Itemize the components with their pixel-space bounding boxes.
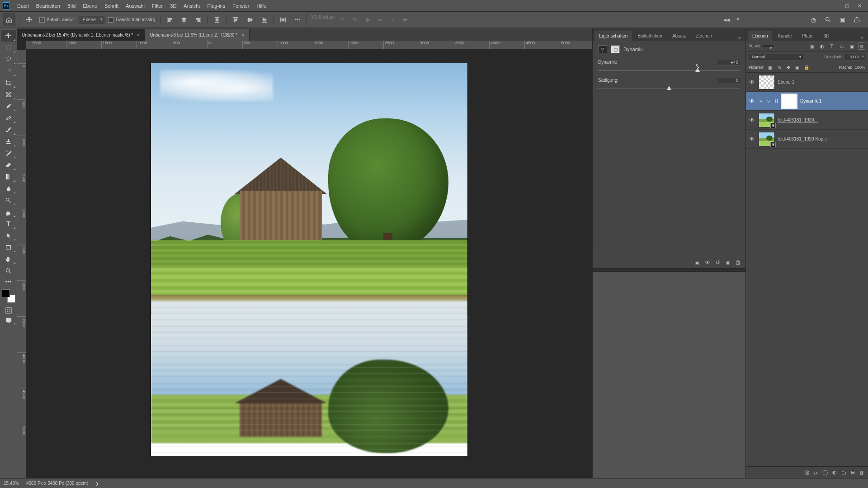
layer-name[interactable]: Ebene 1 <box>778 80 866 84</box>
layer-thumbnail[interactable]: ▣ <box>759 113 775 127</box>
filter-smartobj-icon[interactable]: ▣ <box>848 42 855 50</box>
close-button[interactable]: ✕ <box>854 2 865 10</box>
menu-datei[interactable]: Datei <box>14 1 33 10</box>
visibility-toggle[interactable]: 👁 <box>748 117 756 123</box>
home-button[interactable] <box>3 14 15 26</box>
new-group-button[interactable]: 🗀 <box>841 470 846 475</box>
menu-plugins[interactable]: Plug-ins <box>203 1 229 10</box>
add-mask-button[interactable]: ◯ <box>822 469 828 475</box>
menu-fenster[interactable]: Fenster <box>229 1 253 10</box>
workspace-icon[interactable]: ▣ <box>838 16 846 24</box>
screen-mode-button[interactable] <box>1 315 16 325</box>
dodge-tool[interactable] <box>1 194 16 206</box>
align-right-edges-button[interactable] <box>193 14 204 25</box>
layer-thumbnail[interactable]: ▣ <box>759 132 775 146</box>
layer-row-feld-1[interactable]: 👁 ▣ feld-406181_1920... <box>746 111 868 130</box>
marquee-tool[interactable] <box>1 42 16 53</box>
shape-tool[interactable] <box>1 241 16 253</box>
delete-adjustment-button[interactable]: 🗑 <box>736 259 741 266</box>
hand-tool[interactable] <box>1 253 16 265</box>
mask-thumbnail[interactable] <box>783 95 796 108</box>
tab-absatz[interactable]: Absatz <box>668 31 691 41</box>
blend-mode-select[interactable]: Normal <box>749 54 803 60</box>
share-icon[interactable] <box>853 16 861 24</box>
opacity-input[interactable]: 100% <box>845 54 865 60</box>
align-vcenter-button[interactable] <box>245 14 255 25</box>
filter-pixel-icon[interactable]: ▦ <box>808 42 816 50</box>
link-mask-icon[interactable]: ⛓ <box>774 99 778 103</box>
search-icon[interactable] <box>824 16 832 24</box>
maximize-button[interactable]: ▢ <box>841 2 853 10</box>
cloud-docs-icon[interactable]: ◔ <box>809 16 817 24</box>
filter-kind-select[interactable] <box>763 45 774 47</box>
layer-row-dynamik-1[interactable]: 👁 ↳ ▽ ⛓ Dynamik 1 <box>746 92 868 111</box>
foreground-swatch[interactable] <box>2 289 10 297</box>
history-brush-tool[interactable] <box>1 147 16 159</box>
eraser-tool[interactable] <box>1 159 16 171</box>
panel-menu-button[interactable]: ≡ <box>736 35 744 41</box>
close-tab-icon[interactable]: ✕ <box>137 33 140 38</box>
menu-hilfe[interactable]: Hilfe <box>253 1 270 10</box>
view-previous-button[interactable]: 👁 <box>705 259 710 266</box>
move-tool[interactable] <box>1 30 16 42</box>
minimize-button[interactable]: — <box>828 2 840 10</box>
fill-input[interactable]: 100% <box>855 65 865 70</box>
transform-controls-option[interactable]: Transformationsstrg. <box>108 17 156 23</box>
panel-resize-grip[interactable] <box>593 268 745 272</box>
current-tool-icon[interactable] <box>23 14 36 26</box>
filter-shape-icon[interactable]: ▭ <box>838 42 845 50</box>
vibrance-value-input[interactable]: +40 <box>717 60 740 66</box>
layer-name[interactable]: feld-406181_1920 Kopie <box>778 136 866 141</box>
vibrance-slider[interactable]: ↖ <box>598 68 740 71</box>
menu-3d[interactable]: 3D <box>166 1 180 10</box>
ruler-horizontal[interactable]: 2500 2000 1500 1000 500 0 500 1000 1500 … <box>26 41 592 50</box>
toggle-visibility-button[interactable]: ◉ <box>726 259 730 266</box>
menu-bearbeiten[interactable]: Bearbeiten <box>33 1 64 10</box>
menu-ansicht[interactable]: Ansicht <box>180 1 203 10</box>
link-layers-button[interactable]: ⛓ <box>804 470 809 475</box>
panel-menu-button[interactable]: ≡ <box>858 35 866 41</box>
eyedropper-tool[interactable] <box>1 100 16 112</box>
align-left-edges-button[interactable] <box>164 14 175 25</box>
menu-bild[interactable]: Bild <box>64 1 79 10</box>
filter-toggle-icon[interactable]: ⊘ <box>858 42 865 50</box>
menu-ebene[interactable]: Ebene <box>79 1 101 10</box>
visibility-toggle[interactable]: 👁 <box>748 98 756 104</box>
gradient-tool[interactable] <box>1 171 16 183</box>
lasso-tool[interactable] <box>1 53 16 65</box>
saturation-value-input[interactable]: 0 <box>717 78 740 84</box>
lock-pixels-icon[interactable]: ✎ <box>776 64 783 70</box>
lock-transparency-icon[interactable]: ▦ <box>767 64 774 70</box>
lock-artboard-icon[interactable]: ▣ <box>794 64 801 70</box>
ruler-vertical[interactable]: 0 500 1000 1500 2000 2500 3000 3500 4000… <box>17 50 26 478</box>
layer-mask-selected[interactable] <box>781 94 797 109</box>
layer-thumbnail[interactable] <box>759 75 775 89</box>
blur-tool[interactable] <box>1 183 16 194</box>
tab-eigenschaften[interactable]: Eigenschaften <box>594 31 632 41</box>
menu-filter[interactable]: Filter <box>148 1 166 10</box>
auto-select-scope-select[interactable]: Ebene <box>79 16 104 23</box>
tab-kanaele[interactable]: Kanäle <box>773 31 796 41</box>
expand-indicator-icon[interactable]: ▽ <box>766 99 771 103</box>
document-tab-2[interactable]: Unbenannt-3 bei 11,9% (Ebene 2, RGB/8) *… <box>145 29 250 41</box>
layer-name[interactable]: feld-406181_1920... <box>778 117 866 122</box>
new-layer-button[interactable]: ⊞ <box>851 469 855 475</box>
reset-button[interactable]: ↺ <box>716 259 720 266</box>
tab-zeichen[interactable]: Zeichen <box>691 31 717 41</box>
brush-tool[interactable] <box>1 124 16 136</box>
slider-thumb-icon[interactable] <box>667 86 671 90</box>
delete-layer-button[interactable]: 🗑 <box>859 470 864 475</box>
color-swatches[interactable] <box>2 289 15 303</box>
tab-pfade[interactable]: Pfade <box>797 31 818 41</box>
type-tool[interactable]: T <box>1 218 16 230</box>
close-tab-icon[interactable]: ✕ <box>241 33 245 38</box>
edit-toolbar-button[interactable]: ••• <box>1 277 16 286</box>
menu-schrift[interactable]: Schrift <box>101 1 122 10</box>
document-info[interactable]: 4500 Px x 5400 Px (300 ppcm) <box>26 481 88 486</box>
zoom-tool[interactable] <box>1 265 16 277</box>
healing-tool[interactable] <box>1 112 16 124</box>
pen-tool[interactable] <box>1 206 16 218</box>
path-select-tool[interactable] <box>1 230 16 241</box>
panel-close-icon[interactable]: ✕ <box>736 17 742 23</box>
align-hcenter-button[interactable] <box>179 14 189 25</box>
